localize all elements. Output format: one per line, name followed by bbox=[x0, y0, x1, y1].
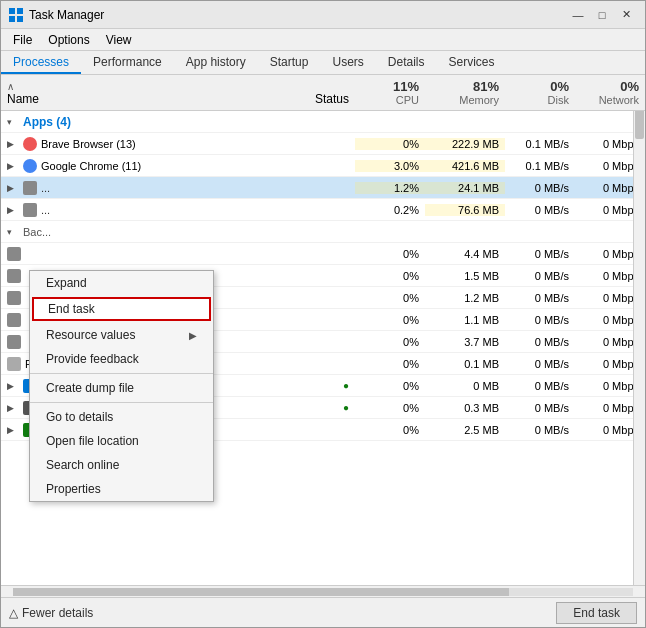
bg-app-icon bbox=[7, 269, 21, 283]
apps-section-header: ▾ Apps (4) bbox=[1, 111, 645, 133]
tabs: Processes Performance App history Startu… bbox=[1, 51, 645, 75]
process-table: ∧ Name Status 11% CPU 81% Memory 0% Disk… bbox=[1, 75, 645, 585]
title-controls: — □ ✕ bbox=[567, 6, 637, 24]
col-cpu[interactable]: 11% CPU bbox=[355, 75, 425, 108]
tab-app-history[interactable]: App history bbox=[174, 51, 258, 74]
title-bar-left: Task Manager bbox=[9, 8, 104, 22]
tab-services[interactable]: Services bbox=[437, 51, 507, 74]
ctx-resource-values[interactable]: Resource values ▶ bbox=[30, 323, 213, 347]
row-expand-arrow[interactable]: ▶ bbox=[7, 183, 17, 193]
ctx-separator-2 bbox=[30, 402, 213, 403]
demand-icon bbox=[7, 357, 21, 371]
menu-file[interactable]: File bbox=[5, 31, 40, 49]
bg-app-icon bbox=[7, 335, 21, 349]
col-disk[interactable]: 0% Disk bbox=[505, 75, 575, 108]
ctx-create-dump[interactable]: Create dump file bbox=[30, 376, 213, 400]
table-row[interactable]: 0% 4.4 MB 0 MB/s 0 Mbps bbox=[1, 243, 645, 265]
background-section-header: ▾ Bac... bbox=[1, 221, 645, 243]
tab-processes[interactable]: Processes bbox=[1, 51, 81, 74]
status-bar: △ Fewer details End task bbox=[1, 597, 645, 627]
ctx-expand[interactable]: Expand bbox=[30, 271, 213, 295]
row-expand-arrow[interactable]: ▶ bbox=[7, 425, 17, 435]
bg-app-icon bbox=[7, 247, 21, 261]
end-task-button[interactable]: End task bbox=[556, 602, 637, 624]
row-expand-arrow[interactable]: ▶ bbox=[7, 139, 17, 149]
h-scroll-thumb[interactable] bbox=[13, 588, 509, 596]
table-row[interactable]: ▶ ... 0.2% 76.6 MB 0 MB/s 0 Mbps bbox=[1, 199, 645, 221]
brave-icon bbox=[23, 137, 37, 151]
tab-startup[interactable]: Startup bbox=[258, 51, 321, 74]
fewer-details-btn[interactable]: △ Fewer details bbox=[9, 606, 93, 620]
table-row-selected[interactable]: ▶ ... 1.2% 24.1 MB 0 MB/s 0 Mbps bbox=[1, 177, 645, 199]
minimize-button[interactable]: — bbox=[567, 6, 589, 24]
submenu-arrow: ▶ bbox=[189, 330, 197, 341]
tab-performance[interactable]: Performance bbox=[81, 51, 174, 74]
table-row[interactable]: ▶ Brave Browser (13) 0% 222.9 MB 0.1 MB/… bbox=[1, 133, 645, 155]
context-menu: Expand End task Resource values ▶ Provid… bbox=[29, 270, 214, 502]
fewer-details-arrow: △ bbox=[9, 606, 18, 620]
svg-rect-1 bbox=[17, 8, 23, 14]
ctx-open-file-location[interactable]: Open file location bbox=[30, 429, 213, 453]
bg-expand-arrow[interactable]: ▾ bbox=[7, 227, 17, 237]
menu-options[interactable]: Options bbox=[40, 31, 97, 49]
close-button[interactable]: ✕ bbox=[615, 6, 637, 24]
ctx-go-to-details[interactable]: Go to details bbox=[30, 405, 213, 429]
ctx-properties[interactable]: Properties bbox=[30, 477, 213, 501]
col-status[interactable]: Status bbox=[275, 75, 355, 108]
app-icon bbox=[9, 8, 23, 22]
table-row[interactable]: ▶ Google Chrome (11) 3.0% 421.6 MB 0.1 M… bbox=[1, 155, 645, 177]
chrome-icon bbox=[23, 159, 37, 173]
apps-expand-arrow[interactable]: ▾ bbox=[7, 117, 17, 127]
svg-rect-3 bbox=[17, 16, 23, 22]
app-icon bbox=[23, 203, 37, 217]
vertical-scrollbar[interactable] bbox=[633, 75, 645, 585]
tab-details[interactable]: Details bbox=[376, 51, 437, 74]
bg-app-icon bbox=[7, 313, 21, 327]
row-expand-arrow[interactable]: ▶ bbox=[7, 381, 17, 391]
row-expand-arrow[interactable]: ▶ bbox=[7, 205, 17, 215]
svg-rect-0 bbox=[9, 8, 15, 14]
svg-rect-2 bbox=[9, 16, 15, 22]
sort-arrow: ∧ bbox=[7, 81, 14, 92]
tab-users[interactable]: Users bbox=[320, 51, 375, 74]
title-bar: Task Manager — □ ✕ bbox=[1, 1, 645, 29]
table-header: ∧ Name Status 11% CPU 81% Memory 0% Disk… bbox=[1, 75, 645, 111]
menu-view[interactable]: View bbox=[98, 31, 140, 49]
h-scroll-track[interactable] bbox=[13, 588, 633, 596]
ctx-search-online[interactable]: Search online bbox=[30, 453, 213, 477]
col-memory[interactable]: 81% Memory bbox=[425, 75, 505, 108]
col-name[interactable]: ∧ Name bbox=[1, 75, 275, 108]
bg-app-icon bbox=[7, 291, 21, 305]
app-generic-icon bbox=[23, 181, 37, 195]
maximize-button[interactable]: □ bbox=[591, 6, 613, 24]
ctx-provide-feedback[interactable]: Provide feedback bbox=[30, 347, 213, 371]
ctx-separator-1 bbox=[30, 373, 213, 374]
task-manager-window: Task Manager — □ ✕ File Options View Pro… bbox=[0, 0, 646, 628]
menu-bar: File Options View bbox=[1, 29, 645, 51]
horizontal-scrollbar[interactable] bbox=[1, 585, 645, 597]
row-expand-arrow[interactable]: ▶ bbox=[7, 403, 17, 413]
window-title: Task Manager bbox=[29, 8, 104, 22]
col-network[interactable]: 0% Network bbox=[575, 75, 645, 108]
row-expand-arrow[interactable]: ▶ bbox=[7, 161, 17, 171]
ctx-end-task[interactable]: End task bbox=[32, 297, 211, 321]
